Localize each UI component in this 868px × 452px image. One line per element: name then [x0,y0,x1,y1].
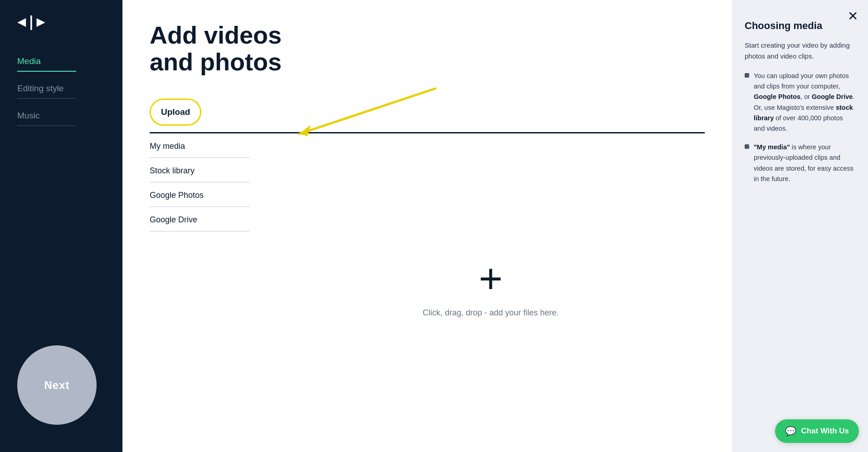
sidebar-item-editing-style[interactable]: Editing style [0,75,122,103]
sidebar: ◀|▶ Media Editing style Music Next [0,0,122,452]
dropzone[interactable]: + Click, drag, drop - add your files her… [277,142,705,434]
drop-hint: Click, drag, drop - add your files here. [423,308,559,318]
logo-icon: ◀|▶ [17,13,46,30]
plus-icon: + [479,258,503,299]
sidebar-underline-editing [17,98,76,99]
chat-button[interactable]: 💬 Chat With Us [775,419,859,443]
sidebar-nav: Media Editing style Music [0,48,122,130]
tab-menu-google-drive[interactable]: Google Drive [150,207,249,231]
close-button[interactable]: ✕ [848,10,858,23]
sidebar-item-music[interactable]: Music [0,103,122,130]
page-title: Add videos and photos [150,22,705,76]
main-content: Add videos and photos Upload My media St… [122,0,732,452]
sidebar-underline-music [17,125,76,126]
sidebar-label-media: Media [17,56,41,66]
panel-title: Choosing media [745,20,855,32]
right-panel: ✕ Choosing media Start creating your vid… [732,0,868,452]
sidebar-label-music: Music [17,111,40,120]
sidebar-item-media[interactable]: Media [0,48,122,75]
panel-description: Start creating your video by adding phot… [745,40,855,62]
panel-item-1-text: You can upload your own photos and clips… [754,71,855,134]
tab-menu-google-photos[interactable]: Google Photos [150,182,249,207]
logo: ◀|▶ [0,13,46,48]
chat-button-label: Chat With Us [801,427,849,436]
tab-menu-stock-library[interactable]: Stock library [150,158,249,182]
chat-icon: 💬 [785,426,796,437]
panel-item-2-text: "My media" is where your previously-uplo… [754,142,855,184]
panel-list-item-1: You can upload your own photos and clips… [745,71,855,134]
sidebar-underline-media [17,71,76,72]
tab-menu-my-media[interactable]: My media [150,133,249,158]
panel-list: You can upload your own photos and clips… [745,71,855,184]
next-button[interactable]: Next [17,345,97,425]
panel-list-item-2: "My media" is where your previously-uplo… [745,142,855,184]
tab-upload[interactable]: Upload [150,94,212,133]
tab-bar: Upload [150,94,705,133]
bullet-icon-2 [745,144,749,149]
sidebar-label-editing: Editing style [17,84,63,93]
next-button-wrap: Next [17,345,97,425]
upload-tab-label[interactable]: Upload [150,98,201,126]
bullet-icon-1 [745,73,749,78]
tab-menu: My media Stock library Google Photos Goo… [150,133,249,434]
tab-content: My media Stock library Google Photos Goo… [150,133,705,434]
